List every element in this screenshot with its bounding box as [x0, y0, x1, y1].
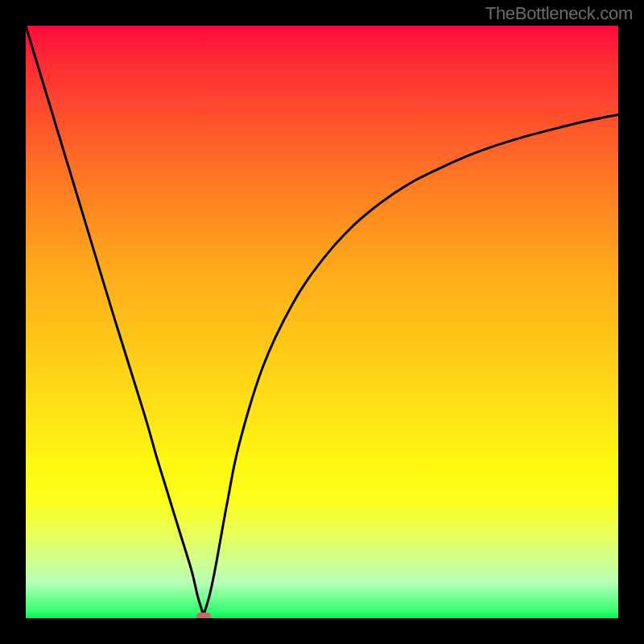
minimum-marker-icon — [196, 613, 211, 618]
plot-area — [26, 26, 618, 618]
watermark: TheBottleneck.com — [485, 3, 633, 24]
chart-container: TheBottleneck.com — [0, 0, 644, 644]
bottleneck-curve — [26, 26, 618, 618]
